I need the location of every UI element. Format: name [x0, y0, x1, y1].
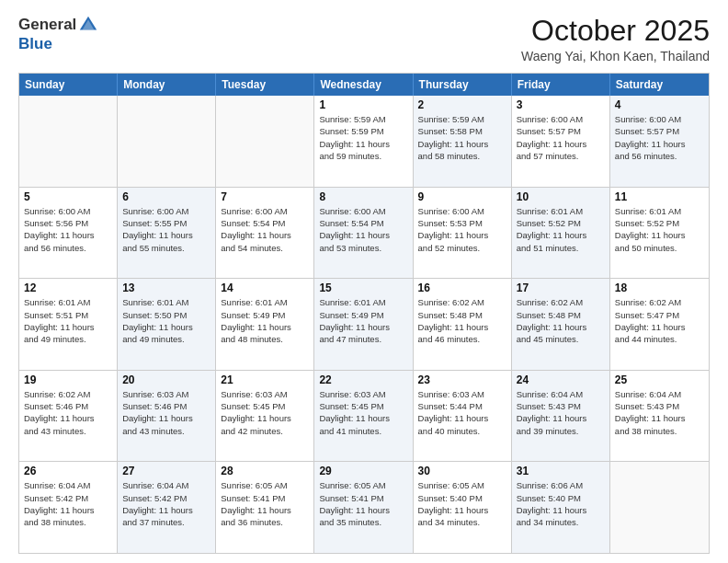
calendar-cell: 22Sunrise: 6:03 AM Sunset: 5:45 PM Dayli… [314, 371, 413, 462]
weekday-header: Saturday [610, 74, 709, 96]
calendar-cell: 12Sunrise: 6:01 AM Sunset: 5:51 PM Dayli… [19, 279, 118, 370]
calendar-cell: 20Sunrise: 6:03 AM Sunset: 5:46 PM Dayli… [118, 371, 216, 462]
day-info: Sunrise: 6:00 AM Sunset: 5:54 PM Dayligh… [319, 205, 407, 254]
calendar-cell: 25Sunrise: 6:04 AM Sunset: 5:43 PM Dayli… [610, 371, 709, 462]
day-info: Sunrise: 6:05 AM Sunset: 5:41 PM Dayligh… [319, 479, 407, 528]
calendar-row: 19Sunrise: 6:02 AM Sunset: 5:46 PM Dayli… [19, 370, 709, 462]
calendar-cell: 27Sunrise: 6:04 AM Sunset: 5:42 PM Dayli… [118, 462, 216, 553]
day-number: 25 [615, 373, 704, 386]
calendar-cell: 18Sunrise: 6:02 AM Sunset: 5:47 PM Dayli… [610, 279, 709, 370]
calendar-cell: 21Sunrise: 6:03 AM Sunset: 5:45 PM Dayli… [216, 371, 314, 462]
day-number: 17 [517, 282, 605, 294]
day-info: Sunrise: 6:02 AM Sunset: 5:46 PM Dayligh… [24, 388, 112, 437]
calendar-row: 1Sunrise: 5:59 AM Sunset: 5:59 PM Daylig… [19, 96, 709, 187]
calendar-cell: 10Sunrise: 6:01 AM Sunset: 5:52 PM Dayli… [512, 188, 610, 279]
day-number: 5 [24, 190, 112, 203]
day-info: Sunrise: 6:05 AM Sunset: 5:40 PM Dayligh… [418, 479, 506, 528]
day-info: Sunrise: 6:01 AM Sunset: 5:50 PM Dayligh… [122, 296, 210, 345]
day-info: Sunrise: 6:00 AM Sunset: 5:56 PM Dayligh… [24, 205, 112, 254]
calendar-cell: 4Sunrise: 6:00 AM Sunset: 5:57 PM Daylig… [610, 96, 709, 187]
calendar: SundayMondayTuesdayWednesdayThursdayFrid… [18, 73, 710, 554]
day-number: 22 [319, 373, 407, 386]
logo: General Blue [18, 15, 98, 53]
day-number: 30 [418, 465, 506, 477]
day-info: Sunrise: 6:01 AM Sunset: 5:49 PM Dayligh… [319, 296, 407, 345]
day-info: Sunrise: 5:59 AM Sunset: 5:59 PM Dayligh… [319, 113, 407, 162]
day-info: Sunrise: 6:00 AM Sunset: 5:54 PM Dayligh… [221, 205, 309, 254]
calendar-cell [216, 96, 314, 187]
day-info: Sunrise: 6:04 AM Sunset: 5:43 PM Dayligh… [615, 388, 704, 437]
calendar-cell: 9Sunrise: 6:00 AM Sunset: 5:53 PM Daylig… [414, 188, 512, 279]
day-number: 31 [517, 465, 605, 477]
day-info: Sunrise: 6:04 AM Sunset: 5:42 PM Dayligh… [24, 479, 112, 528]
day-number: 8 [319, 190, 407, 203]
day-number: 19 [24, 373, 112, 386]
calendar-cell: 11Sunrise: 6:01 AM Sunset: 5:52 PM Dayli… [610, 188, 709, 279]
day-number: 15 [319, 282, 407, 294]
day-number: 14 [221, 282, 309, 294]
calendar-page: General Blue October 2025 Waeng Yai, Kho… [0, 0, 728, 563]
day-info: Sunrise: 6:04 AM Sunset: 5:43 PM Dayligh… [517, 388, 605, 437]
calendar-header: SundayMondayTuesdayWednesdayThursdayFrid… [19, 74, 709, 96]
calendar-cell: 14Sunrise: 6:01 AM Sunset: 5:49 PM Dayli… [216, 279, 314, 370]
calendar-cell: 29Sunrise: 6:05 AM Sunset: 5:41 PM Dayli… [314, 462, 413, 553]
calendar-cell: 23Sunrise: 6:03 AM Sunset: 5:44 PM Dayli… [414, 371, 512, 462]
calendar-row: 12Sunrise: 6:01 AM Sunset: 5:51 PM Dayli… [19, 278, 709, 370]
calendar-cell: 1Sunrise: 5:59 AM Sunset: 5:59 PM Daylig… [314, 96, 413, 187]
day-number: 7 [221, 190, 309, 203]
day-number: 29 [319, 465, 407, 477]
calendar-cell: 2Sunrise: 5:59 AM Sunset: 5:58 PM Daylig… [414, 96, 512, 187]
day-number: 16 [418, 282, 506, 294]
calendar-cell [610, 462, 709, 553]
day-info: Sunrise: 6:03 AM Sunset: 5:44 PM Dayligh… [418, 388, 506, 437]
day-number: 12 [24, 282, 112, 294]
day-number: 4 [615, 98, 704, 111]
day-number: 23 [418, 373, 506, 386]
day-number: 24 [517, 373, 605, 386]
day-info: Sunrise: 6:02 AM Sunset: 5:48 PM Dayligh… [517, 296, 605, 345]
day-info: Sunrise: 6:03 AM Sunset: 5:45 PM Dayligh… [221, 388, 309, 437]
day-info: Sunrise: 6:01 AM Sunset: 5:52 PM Dayligh… [615, 205, 704, 254]
day-info: Sunrise: 6:06 AM Sunset: 5:40 PM Dayligh… [517, 479, 605, 528]
day-number: 1 [319, 98, 407, 111]
logo-general-text: General [18, 16, 76, 34]
day-info: Sunrise: 6:01 AM Sunset: 5:51 PM Dayligh… [24, 296, 112, 345]
day-info: Sunrise: 6:03 AM Sunset: 5:46 PM Dayligh… [122, 388, 210, 437]
weekday-header: Monday [118, 74, 216, 96]
calendar-cell: 3Sunrise: 6:00 AM Sunset: 5:57 PM Daylig… [512, 96, 610, 187]
weekday-header: Friday [512, 74, 610, 96]
calendar-body: 1Sunrise: 5:59 AM Sunset: 5:59 PM Daylig… [19, 96, 709, 553]
weekday-header: Tuesday [216, 74, 314, 96]
location: Waeng Yai, Khon Kaen, Thailand [521, 49, 710, 63]
calendar-cell: 15Sunrise: 6:01 AM Sunset: 5:49 PM Dayli… [314, 279, 413, 370]
day-number: 20 [122, 373, 210, 386]
calendar-cell: 7Sunrise: 6:00 AM Sunset: 5:54 PM Daylig… [216, 188, 314, 279]
day-number: 28 [221, 465, 309, 477]
day-info: Sunrise: 6:03 AM Sunset: 5:45 PM Dayligh… [319, 388, 407, 437]
day-info: Sunrise: 6:00 AM Sunset: 5:57 PM Dayligh… [615, 113, 704, 162]
day-number: 9 [418, 190, 506, 203]
weekday-header: Wednesday [314, 74, 413, 96]
day-info: Sunrise: 6:04 AM Sunset: 5:42 PM Dayligh… [122, 479, 210, 528]
day-number: 21 [221, 373, 309, 386]
calendar-cell: 26Sunrise: 6:04 AM Sunset: 5:42 PM Dayli… [19, 462, 118, 553]
header: General Blue October 2025 Waeng Yai, Kho… [18, 15, 710, 63]
calendar-cell: 31Sunrise: 6:06 AM Sunset: 5:40 PM Dayli… [512, 462, 610, 553]
day-number: 13 [122, 282, 210, 294]
day-number: 10 [517, 190, 605, 203]
day-info: Sunrise: 6:05 AM Sunset: 5:41 PM Dayligh… [221, 479, 309, 528]
day-info: Sunrise: 6:00 AM Sunset: 5:55 PM Dayligh… [122, 205, 210, 254]
calendar-cell: 6Sunrise: 6:00 AM Sunset: 5:55 PM Daylig… [118, 188, 216, 279]
month-title: October 2025 [521, 15, 710, 47]
day-info: Sunrise: 6:00 AM Sunset: 5:53 PM Dayligh… [418, 205, 506, 254]
calendar-cell: 13Sunrise: 6:01 AM Sunset: 5:50 PM Dayli… [118, 279, 216, 370]
title-block: October 2025 Waeng Yai, Khon Kaen, Thail… [521, 15, 710, 63]
calendar-cell: 17Sunrise: 6:02 AM Sunset: 5:48 PM Dayli… [512, 279, 610, 370]
day-number: 18 [615, 282, 704, 294]
logo-blue-text: Blue [18, 35, 52, 53]
calendar-row: 5Sunrise: 6:00 AM Sunset: 5:56 PM Daylig… [19, 187, 709, 279]
day-number: 3 [517, 98, 605, 111]
day-info: Sunrise: 6:00 AM Sunset: 5:57 PM Dayligh… [517, 113, 605, 162]
day-info: Sunrise: 6:01 AM Sunset: 5:49 PM Dayligh… [221, 296, 309, 345]
day-number: 6 [122, 190, 210, 203]
